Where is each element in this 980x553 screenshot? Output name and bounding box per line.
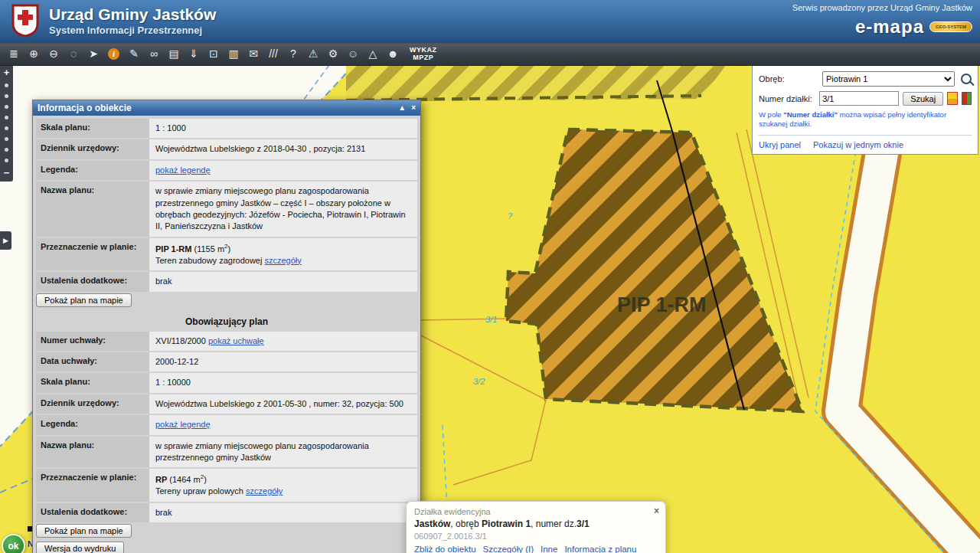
details-link[interactable]: szczegóły: [246, 486, 283, 496]
info-row-value: Województwa Lubelskiego z 2018-04-30 , p…: [149, 139, 417, 159]
ok-button[interactable]: ok: [2, 534, 25, 553]
parcel-label-31: 3/1: [485, 315, 497, 324]
split-view-icon[interactable]: ▥: [224, 47, 243, 60]
zoom-slider-dot[interactable]: [5, 83, 8, 87]
info-row: Dziennik urzędowy:Województwa Lubelskieg…: [36, 394, 417, 414]
zoom-slider-dot[interactable]: [5, 148, 8, 152]
popup-link-1[interactable]: Szczegóły (I): [483, 545, 534, 553]
zoom-slider-dot[interactable]: [5, 159, 8, 162]
pointer-icon[interactable]: ➤: [84, 47, 103, 60]
zoom-out-button[interactable]: −: [4, 168, 10, 178]
dialog-close-icon[interactable]: ×: [411, 103, 416, 113]
dialog-titlebar[interactable]: Informacja o obiekcie ▲ ×: [33, 100, 420, 116]
toolbar-icons: ≣⊕⊖◌➤i✎∞▤⇓⊡▥✉///?⚠⚙☺△☻: [0, 42, 402, 65]
info-row-label: Dziennik urzędowy:: [36, 394, 149, 414]
wykaz-mpzp-button[interactable]: WYKAZ MPZP: [410, 46, 437, 61]
info-row: Ustalenia dodatkowe:brak: [36, 503, 417, 522]
info-row-label: Skala planu:: [36, 373, 149, 392]
users-icon[interactable]: ☺: [344, 47, 362, 60]
layers-icon[interactable]: ≣: [5, 47, 23, 60]
search-icon[interactable]: [961, 74, 972, 84]
details-link[interactable]: szczegóły: [264, 256, 301, 265]
zoom-slider-dot[interactable]: [5, 94, 8, 98]
alert-icon[interactable]: △: [364, 47, 382, 60]
locate-icon[interactable]: ⇓: [185, 47, 203, 60]
info-row: Nazwa planu:w sprawie zmiany miejscowego…: [36, 437, 417, 468]
info-row: Przeznaczenie w planie:PIP 1-RM (1155 m2…: [36, 238, 417, 270]
zoom-slider-dot[interactable]: [5, 137, 8, 141]
zoom-out-icon[interactable]: ⊖: [44, 47, 63, 60]
toolbar: ≣⊕⊖◌➤i✎∞▤⇓⊡▥✉///?⚠⚙☺△☻ WYKAZ MPZP: [0, 42, 980, 66]
measure-icon[interactable]: ✎: [125, 47, 143, 60]
info-row: Nazwa planu:w sprawie zmiany miejscowego…: [36, 182, 417, 237]
info-row: Dziennik urzędowy:Województwa Lubelskieg…: [36, 139, 417, 159]
layer-color-swatch-2[interactable]: [962, 92, 972, 105]
info-row-value: pokaż legendę: [149, 415, 417, 434]
panel-link-0[interactable]: Ukryj panel: [759, 140, 801, 149]
layer-color-swatch-1[interactable]: [947, 92, 957, 105]
panel-link-1[interactable]: Pokazuj w jednym oknie: [813, 140, 903, 149]
info-row-label: Ustalenia dodatkowe:: [36, 503, 149, 522]
app-window: PIP 1-RM 3/1 3/2 ? Urząd Gminy Jastków S…: [0, 0, 980, 553]
popup-parcel-line: Jastków, obręb Piotrawin 1, numer dz.3/1: [414, 519, 658, 529]
print-icon[interactable]: ▤: [165, 47, 183, 60]
legend-link[interactable]: pokaż legendę: [155, 165, 211, 175]
parcel-number-input[interactable]: [819, 91, 899, 106]
info-row-value: w sprawie zmiany miejscowego planu zagos…: [149, 437, 417, 468]
plans-warning-icon[interactable]: ⚠: [304, 47, 322, 60]
geosystem-badge: GEO-SYSTEM: [929, 21, 972, 32]
plan-section-header: Obowiązujący plan: [36, 311, 417, 332]
popup-parcel-id: 060907_2.0016.3/1: [414, 532, 658, 541]
profile-icon[interactable]: ☻: [384, 47, 402, 60]
zone-label: PIP 1-RM: [617, 293, 707, 316]
popup-link-0[interactable]: Zbliż do obiektu: [414, 545, 476, 553]
obreb-select[interactable]: Piotrawin 1: [822, 71, 955, 87]
dialog-collapse-icon[interactable]: ▲: [398, 103, 406, 113]
legend-link[interactable]: pokaż legendę: [155, 420, 211, 429]
info-row-value: pokaż legendę: [149, 161, 417, 180]
show-plan-button-1[interactable]: Pokaż plan na mapie: [36, 293, 132, 307]
object-info-dialog: Informacja o obiekcie ▲ × Skala planu:1 …: [32, 100, 421, 553]
print-version-button[interactable]: Wersja do wydruku: [36, 542, 124, 553]
emapa-logo[interactable]: e-mapa: [855, 16, 924, 38]
info-row: Data uchwały:2000-12-12: [36, 352, 417, 371]
expand-panel-button[interactable]: ▶: [0, 231, 11, 250]
coat-of-arms-logo: [11, 4, 40, 38]
zoom-slider-dot[interactable]: [5, 105, 8, 109]
zoom-in-button[interactable]: +: [4, 67, 10, 78]
panel-links: Ukryj panelPokazuj w jednym oknie: [759, 135, 972, 149]
select-area-icon[interactable]: ◌: [64, 47, 83, 60]
info-row: Numer uchwały:XVI/118/2000 pokaż uchwałę: [36, 332, 417, 351]
settings-icon[interactable]: ⚙: [324, 47, 342, 60]
popup-title: Działka ewidencyjna: [414, 507, 658, 516]
info-row-value: Województwa Lubelskiego z 2001-05-30 , n…: [149, 394, 417, 414]
info-row-value: w sprawie zmiany miejscowego planu zagos…: [149, 182, 417, 237]
identify-icon[interactable]: i: [108, 48, 119, 60]
parcel-number-label: Numer działki:: [759, 94, 815, 103]
zoom-slider[interactable]: [5, 83, 8, 162]
info-row-label: Skala planu:: [36, 119, 149, 138]
help-icon[interactable]: ?: [284, 47, 302, 60]
service-note: Serwis prowadzony przez Urząd Gminy Jast…: [792, 3, 972, 12]
popup-link-3[interactable]: Informacja z planu: [564, 545, 636, 553]
hint-bold: "Numer działki": [783, 110, 838, 119]
info-row-label: Przeznaczenie w planie:: [36, 238, 149, 270]
show-plan-button-2[interactable]: Pokaż plan na mapie: [36, 524, 132, 538]
comments-icon[interactable]: ✉: [244, 47, 263, 60]
slope-icon[interactable]: ///: [264, 47, 283, 60]
parcel-popup: × Działka ewidencyjna Jastków, obręb Pio…: [406, 501, 666, 553]
link-icon[interactable]: ∞: [145, 47, 163, 60]
info-row-label: Ustalenia dodatkowe:: [36, 272, 149, 291]
info-row-label: Numer uchwały:: [36, 332, 149, 351]
search-button[interactable]: Szukaj: [903, 92, 943, 106]
wykaz-line2: MPZP: [410, 54, 437, 61]
resolution-link[interactable]: pokaż uchwałę: [208, 336, 264, 345]
copy-window-icon[interactable]: ⊡: [204, 47, 223, 60]
zoom-in-icon[interactable]: ⊕: [24, 47, 43, 60]
zoom-slider-dot[interactable]: [5, 126, 8, 130]
popup-links: Zbliż do obiektuSzczegóły (I)InneInforma…: [414, 545, 658, 553]
zoom-slider-dot[interactable]: [5, 116, 8, 119]
popup-obreb: Piotrawin 1: [482, 519, 531, 529]
popup-close-icon[interactable]: ×: [654, 506, 659, 516]
popup-link-2[interactable]: Inne: [541, 545, 557, 553]
